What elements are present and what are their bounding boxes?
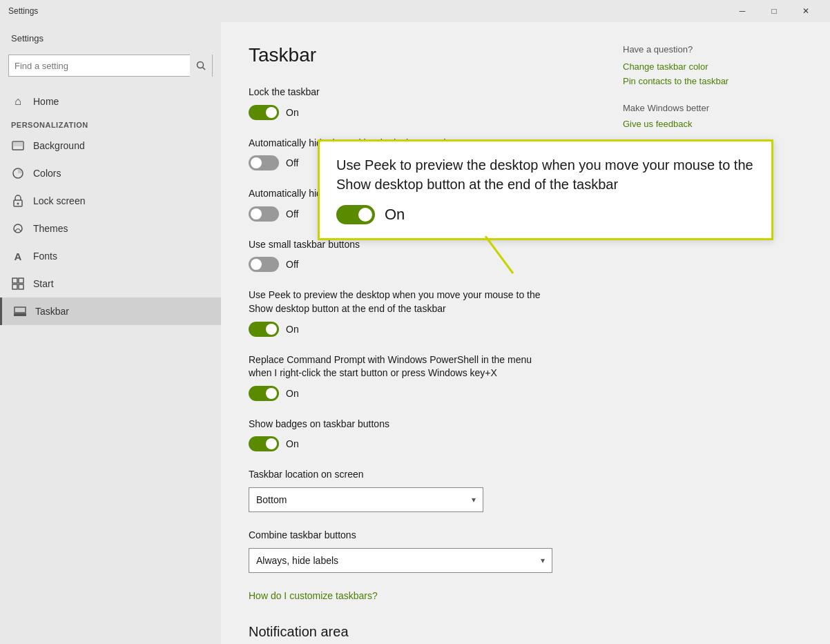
colors-icon: [11, 166, 25, 180]
powershell-toggle-row: On: [249, 386, 802, 401]
sidebar-item-label: Colors: [33, 168, 61, 179]
tooltip-popup: Use Peek to preview the desktop when you…: [318, 139, 773, 240]
how-to-link-container: How do I customize taskbars?: [249, 589, 802, 602]
minimize-button[interactable]: ─: [726, 0, 758, 22]
sidebar-item-label: Fonts: [33, 251, 57, 262]
search-input[interactable]: [9, 61, 190, 71]
chevron-down-icon: ▾: [472, 495, 476, 505]
tooltip-text: Use Peek to preview the desktop when you…: [336, 155, 755, 194]
combine-buttons-value: Always, hide labels: [256, 555, 338, 566]
badges-toggle-row: On: [249, 436, 802, 451]
notification-section: Notification area Select which icons app…: [249, 624, 802, 644]
make-windows-better-label: Make Windows better: [623, 103, 802, 113]
svg-rect-13: [15, 307, 26, 313]
combine-buttons-dropdown[interactable]: Always, hide labels ▾: [249, 548, 552, 573]
peek-toggle-row: On: [249, 322, 802, 337]
sidebar-item-label: Taskbar: [35, 306, 69, 317]
powershell-label: Replace Command Prompt with Windows Powe…: [249, 353, 552, 380]
tooltip-toggle[interactable]: [336, 205, 375, 224]
hide-desktop-toggle-label: Off: [286, 157, 298, 168]
right-panel: Have a question? Change taskbar color Pi…: [623, 44, 802, 133]
svg-line-1: [203, 68, 206, 70]
hide-tablet-toggle-label: Off: [286, 208, 298, 219]
sidebar-item-label: Themes: [33, 223, 68, 234]
combine-buttons-setting: Combine taskbar buttons Always, hide lab…: [249, 529, 802, 573]
svg-rect-10: [12, 284, 17, 289]
sidebar-item-colors[interactable]: Colors: [0, 159, 221, 187]
search-box[interactable]: [8, 55, 213, 77]
svg-point-0: [197, 62, 204, 68]
hide-desktop-toggle[interactable]: [249, 155, 279, 170]
peek-toggle-label: On: [286, 324, 299, 335]
home-icon: ⌂: [11, 95, 25, 108]
lock-screen-icon: [11, 194, 25, 208]
have-question-label: Have a question?: [623, 44, 802, 55]
svg-rect-3: [12, 142, 23, 146]
titlebar: Settings ─ □ ✕: [0, 0, 830, 22]
svg-point-6: [17, 203, 19, 205]
sidebar-item-label: Home: [33, 96, 59, 107]
taskbar-location-value: Bottom: [256, 494, 287, 505]
peek-label: Use Peek to preview the desktop when you…: [249, 289, 552, 315]
svg-line-14: [485, 236, 513, 273]
sidebar-item-start[interactable]: Start: [0, 270, 221, 297]
notification-section-heading: Notification area: [249, 624, 802, 640]
sidebar-header: Settings: [0, 22, 221, 49]
background-icon: [11, 139, 25, 153]
close-button[interactable]: ✕: [790, 0, 822, 22]
hide-tablet-toggle[interactable]: [249, 206, 279, 222]
fonts-icon: A: [11, 249, 25, 263]
give-feedback-link[interactable]: Give us feedback: [623, 119, 802, 129]
combine-buttons-label: Combine taskbar buttons: [249, 529, 802, 543]
taskbar-location-dropdown[interactable]: Bottom ▾: [249, 487, 483, 512]
tooltip-arrow: [472, 236, 527, 274]
badges-toggle-label: On: [286, 438, 299, 449]
svg-rect-9: [19, 278, 23, 283]
sidebar-item-lockscreen[interactable]: Lock screen: [0, 187, 221, 215]
window-controls: ─ □ ✕: [726, 0, 822, 22]
maximize-button[interactable]: □: [758, 0, 790, 22]
chevron-down-icon-2: ▾: [541, 556, 545, 565]
sidebar-item-label: Start: [33, 278, 54, 289]
small-buttons-toggle-label: Off: [286, 259, 298, 270]
tooltip-toggle-label: On: [385, 206, 405, 224]
themes-icon: [11, 222, 25, 235]
how-to-customize-link[interactable]: How do I customize taskbars?: [249, 590, 378, 601]
taskbar-location-label: Taskbar location on screen: [249, 468, 802, 482]
start-icon: [11, 277, 25, 291]
sidebar-section-label: Personalization: [0, 115, 221, 132]
sidebar-item-label: Background: [33, 140, 85, 151]
search-icon[interactable]: [190, 55, 212, 77]
lock-taskbar-toggle[interactable]: [249, 105, 279, 120]
svg-rect-12: [14, 313, 26, 316]
badges-setting: Show badges on taskbar buttons On: [249, 418, 802, 452]
sidebar-item-themes[interactable]: Themes: [0, 215, 221, 242]
lock-taskbar-toggle-label: On: [286, 107, 299, 118]
taskbar-location-setting: Taskbar location on screen Bottom ▾: [249, 468, 802, 512]
sidebar-item-taskbar[interactable]: Taskbar: [0, 297, 221, 325]
powershell-toggle[interactable]: [249, 386, 279, 401]
tooltip-toggle-row: On: [336, 205, 755, 224]
powershell-toggle-label: On: [286, 388, 299, 399]
small-buttons-toggle[interactable]: [249, 257, 279, 272]
change-taskbar-color-link[interactable]: Change taskbar color: [623, 61, 802, 72]
sidebar: Settings ⌂ Home Personalization: [0, 22, 221, 644]
badges-label: Show badges on taskbar buttons: [249, 418, 802, 431]
sidebar-item-fonts[interactable]: A Fonts: [0, 242, 221, 270]
badges-toggle[interactable]: [249, 436, 279, 451]
svg-rect-11: [19, 284, 23, 289]
main-layout: Settings ⌂ Home Personalization: [0, 22, 830, 644]
sidebar-item-label: Lock screen: [33, 195, 85, 206]
powershell-setting: Replace Command Prompt with Windows Powe…: [249, 353, 802, 401]
svg-rect-8: [12, 278, 17, 283]
taskbar-icon: [13, 304, 27, 318]
peek-setting: Use Peek to preview the desktop when you…: [249, 289, 802, 336]
sidebar-item-home[interactable]: ⌂ Home: [0, 88, 221, 115]
peek-toggle[interactable]: [249, 322, 279, 337]
sidebar-item-background[interactable]: Background: [0, 132, 221, 159]
pin-contacts-link[interactable]: Pin contacts to the taskbar: [623, 76, 802, 86]
app-title: Settings: [8, 6, 726, 16]
content-area: Taskbar Lock the taskbar On Automaticall…: [221, 22, 830, 644]
